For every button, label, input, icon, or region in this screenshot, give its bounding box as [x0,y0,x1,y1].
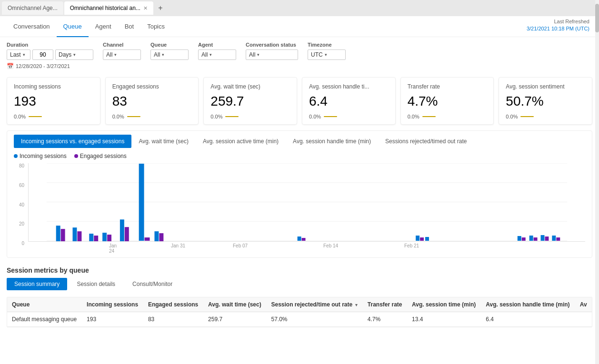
channel-filter: Channel All ▾ [103,42,141,60]
kpi-card-sentiment: Avg. session sentiment 50.7% 0.0% [499,77,592,125]
cell-avg-wait: 259.7 [203,312,266,327]
queue-select[interactable]: All ▾ [150,49,189,60]
kpi-row: Incoming sessions 193 0.0% Engaged sessi… [0,73,599,128]
channel-select[interactable]: All ▾ [103,49,141,60]
agent-label: Agent [198,42,236,48]
conv-status-select[interactable]: All ▾ [246,49,298,60]
svg-rect-23 [425,237,429,241]
date-range-value: 12/28/2020 - 3/27/2021 [16,63,70,69]
kpi-trend-bar [29,116,42,117]
tab-inactive[interactable]: Omnichannel Age... [2,1,63,15]
x-axis: Jan 24 Jan 31 Feb 07 Feb 14 Feb 21 [28,242,585,254]
duration-value-input[interactable] [32,49,53,60]
chevron-down-icon: ▾ [257,52,260,57]
tab-consult-monitor[interactable]: Consult/Monitor [125,278,180,290]
kpi-engaged-footer: 0.0% [112,114,192,119]
chart-tab-avg-wait[interactable]: Avg. wait time (sec) [131,135,195,148]
col-queue: Queue [7,297,82,312]
chevron-down-icon: ▾ [210,52,212,57]
new-tab-button[interactable]: + [154,2,167,14]
timezone-filter: Timezone UTC ▾ [308,42,346,60]
chart-tab-avg-handle[interactable]: Avg. session handle time (min) [286,135,378,148]
last-refreshed-value: 3/21/2021 10:18 PM (UTC) [527,26,589,31]
duration-type-select[interactable]: Last ▾ [7,49,30,60]
legend-engaged: Engaged sessions [74,153,127,159]
duration-label: Duration [7,42,93,48]
svg-rect-14 [125,227,129,241]
col-av: Av [575,297,592,312]
chart-tab-sessions-rejected[interactable]: Sessions rejected/timed out rate [378,135,474,148]
scrollbar-track[interactable] [595,0,599,364]
kpi-incoming-title: Incoming sessions [14,83,93,90]
chart-legend: Incoming sessions Engaged sessions [14,153,585,159]
cell-avg-session: 13.4 [407,312,481,327]
svg-rect-10 [94,236,98,241]
svg-rect-15 [139,164,144,241]
svg-rect-12 [107,235,111,241]
legend-engaged-dot [74,154,78,158]
kpi-incoming-footer: 0.0% [14,114,93,119]
sort-icon[interactable]: ▾ [355,303,358,307]
chart-area: 80 60 40 20 0 [14,163,585,254]
kpi-sentiment-title: Avg. session sentiment [506,83,585,90]
tab-topics[interactable]: Topics [140,16,171,37]
tab-bot[interactable]: Bot [118,16,141,37]
legend-incoming: Incoming sessions [14,153,67,159]
scrollbar-thumb[interactable] [595,4,599,32]
cell-rejected: 57.0% [266,312,362,327]
kpi-trend-bar [225,116,239,117]
duration-controls: Last ▾ Days ▾ [7,49,93,60]
col-avg-handle: Avg. session handle time (min) [481,297,575,312]
svg-rect-19 [298,236,301,241]
tab-session-details[interactable]: Session details [69,278,123,290]
svg-rect-7 [73,227,77,241]
timezone-select[interactable]: UTC ▾ [308,49,346,60]
tab-active[interactable]: Omnichannel historical an... ✕ [64,1,153,15]
kpi-engaged-value: 83 [112,94,192,109]
agent-select[interactable]: All ▾ [198,49,236,60]
timezone-label: Timezone [308,42,346,48]
kpi-wait-value: 259.7 [210,94,290,109]
agent-filter: Agent All ▾ [198,42,236,60]
channel-label: Channel [103,42,141,48]
svg-rect-28 [541,235,545,241]
svg-rect-24 [518,236,521,241]
session-table-container: Queue Incoming sessions Engaged sessions… [7,297,592,327]
duration-unit-select[interactable]: Days ▾ [55,49,93,60]
close-tab-icon[interactable]: ✕ [143,5,148,11]
tab-active-label: Omnichannel historical an... [70,5,140,11]
chart-tab-avg-active[interactable]: Avg. session active time (min) [196,135,286,148]
col-incoming: Incoming sessions [82,297,143,312]
svg-rect-11 [102,233,107,241]
tab-agent[interactable]: Agent [89,16,118,37]
col-avg-wait: Avg. wait time (sec) [203,297,266,312]
kpi-incoming-value: 193 [14,94,93,109]
chevron-down-icon: ▾ [325,52,327,57]
svg-rect-5 [56,226,60,241]
svg-rect-31 [556,237,560,241]
x-label-feb14: Feb 14 [280,243,366,254]
navigation-tabs: Conversation Queue Agent Bot Topics Last… [0,16,599,37]
chevron-down-icon: ▾ [114,52,117,57]
tab-conversation[interactable]: Conversation [7,16,57,37]
col-rejected[interactable]: Session rejected/time out rate ▾ [266,297,362,312]
legend-incoming-dot [14,154,18,158]
svg-rect-13 [120,219,124,241]
tab-inactive-label: Omnichannel Age... [8,5,58,11]
svg-rect-22 [420,237,424,241]
svg-rect-26 [529,236,533,241]
queue-filter: Queue All ▾ [150,42,189,60]
session-metrics-tabs: Session summary Session details Consult/… [7,278,592,290]
x-label-feb07: Feb 07 [204,243,280,254]
kpi-transfer-title: Transfer rate [408,83,487,90]
main-content: Conversation Queue Agent Bot Topics Last… [0,16,599,364]
x-label-jan31: Jan 31 [123,243,204,254]
tab-queue[interactable]: Queue [57,16,89,37]
chart-svg [28,163,585,242]
svg-rect-9 [89,234,93,241]
svg-rect-27 [534,237,538,241]
conv-status-label: Conversation status [246,42,298,48]
y-axis: 80 60 40 20 0 [14,163,24,254]
chart-tab-incoming-vs-engaged[interactable]: Incoming sessions vs. engaged sessions [14,135,131,148]
tab-session-summary[interactable]: Session summary [7,278,67,290]
